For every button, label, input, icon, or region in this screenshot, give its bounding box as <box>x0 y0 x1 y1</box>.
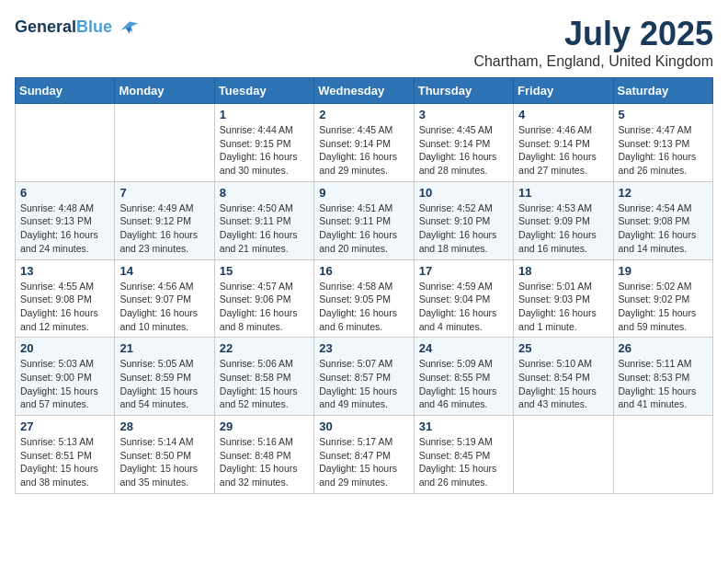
day-info: Sunrise: 4:49 AMSunset: 9:12 PMDaylight:… <box>119 201 209 256</box>
calendar-cell: 16Sunrise: 4:58 AMSunset: 9:05 PMDayligh… <box>314 259 414 338</box>
calendar-cell: 14Sunrise: 4:56 AMSunset: 9:07 PMDayligh… <box>115 259 214 338</box>
logo: GeneralBlue <box>15 15 140 40</box>
day-number: 31 <box>419 419 508 433</box>
day-info: Sunrise: 5:05 AMSunset: 8:59 PMDaylight:… <box>119 357 209 411</box>
calendar-week-3: 13Sunrise: 4:55 AMSunset: 9:08 PMDayligh… <box>16 259 713 338</box>
day-number: 6 <box>20 186 109 200</box>
calendar-cell: 11Sunrise: 4:53 AMSunset: 9:09 PMDayligh… <box>514 181 613 259</box>
calendar-cell: 13Sunrise: 4:55 AMSunset: 9:08 PMDayligh… <box>16 259 115 338</box>
weekday-header-monday: Monday <box>115 78 214 104</box>
day-info: Sunrise: 5:01 AMSunset: 9:03 PMDaylight:… <box>518 280 608 334</box>
day-number: 5 <box>619 108 708 121</box>
calendar-week-5: 27Sunrise: 5:13 AMSunset: 8:51 PMDayligh… <box>16 416 713 494</box>
day-number: 4 <box>518 108 608 121</box>
day-number: 26 <box>619 341 708 355</box>
day-number: 13 <box>20 264 109 278</box>
day-number: 3 <box>419 108 508 121</box>
day-info: Sunrise: 4:51 AMSunset: 9:11 PMDaylight:… <box>319 201 408 256</box>
day-number: 9 <box>319 186 408 200</box>
calendar-week-2: 6Sunrise: 4:48 AMSunset: 9:13 PMDaylight… <box>16 181 713 259</box>
calendar-cell: 10Sunrise: 4:52 AMSunset: 9:10 PMDayligh… <box>414 181 513 259</box>
calendar-week-1: 1Sunrise: 4:44 AMSunset: 9:15 PMDaylight… <box>16 104 713 182</box>
day-info: Sunrise: 5:03 AMSunset: 9:00 PMDaylight:… <box>20 357 109 411</box>
day-info: Sunrise: 5:10 AMSunset: 8:54 PMDaylight:… <box>518 357 608 411</box>
weekday-header-tuesday: Tuesday <box>214 78 313 104</box>
calendar-cell: 24Sunrise: 5:09 AMSunset: 8:55 PMDayligh… <box>414 338 513 416</box>
day-info: Sunrise: 4:54 AMSunset: 9:08 PMDaylight:… <box>619 201 708 256</box>
day-info: Sunrise: 5:06 AMSunset: 8:58 PMDaylight:… <box>220 357 309 411</box>
day-info: Sunrise: 5:13 AMSunset: 8:51 PMDaylight:… <box>20 435 109 489</box>
day-info: Sunrise: 5:17 AMSunset: 8:47 PMDaylight:… <box>319 435 408 489</box>
day-number: 29 <box>220 419 309 433</box>
day-info: Sunrise: 4:45 AMSunset: 9:14 PMDaylight:… <box>319 123 408 178</box>
day-info: Sunrise: 5:11 AMSunset: 8:53 PMDaylight:… <box>619 357 708 411</box>
calendar-cell: 25Sunrise: 5:10 AMSunset: 8:54 PMDayligh… <box>514 338 613 416</box>
day-number: 2 <box>319 108 408 121</box>
day-number: 15 <box>220 264 309 278</box>
day-info: Sunrise: 4:47 AMSunset: 9:13 PMDaylight:… <box>619 123 708 178</box>
day-info: Sunrise: 4:44 AMSunset: 9:15 PMDaylight:… <box>220 123 309 178</box>
calendar-cell: 5Sunrise: 4:47 AMSunset: 9:13 PMDaylight… <box>613 104 712 182</box>
calendar-cell: 7Sunrise: 4:49 AMSunset: 9:12 PMDaylight… <box>115 181 214 259</box>
day-number: 20 <box>20 341 109 355</box>
calendar-cell: 2Sunrise: 4:45 AMSunset: 9:14 PMDaylight… <box>314 104 414 182</box>
calendar-cell: 23Sunrise: 5:07 AMSunset: 8:57 PMDayligh… <box>314 338 414 416</box>
calendar-cell: 12Sunrise: 4:54 AMSunset: 9:08 PMDayligh… <box>613 181 712 259</box>
weekday-header-thursday: Thursday <box>414 78 513 104</box>
calendar-cell: 3Sunrise: 4:45 AMSunset: 9:14 PMDaylight… <box>414 104 513 182</box>
day-number: 8 <box>220 186 309 200</box>
logo-text: GeneralBlue <box>15 18 112 37</box>
calendar-cell: 29Sunrise: 5:16 AMSunset: 8:48 PMDayligh… <box>214 416 313 494</box>
day-info: Sunrise: 4:45 AMSunset: 9:14 PMDaylight:… <box>419 123 508 178</box>
day-number: 10 <box>419 186 508 200</box>
weekday-header-sunday: Sunday <box>16 78 115 104</box>
day-number: 12 <box>619 186 708 200</box>
day-info: Sunrise: 5:02 AMSunset: 9:02 PMDaylight:… <box>619 280 708 334</box>
day-number: 28 <box>119 419 209 433</box>
day-number: 14 <box>119 264 209 278</box>
weekday-header-saturday: Saturday <box>613 78 712 104</box>
day-info: Sunrise: 4:57 AMSunset: 9:06 PMDaylight:… <box>220 280 309 334</box>
day-number: 1 <box>220 108 309 121</box>
day-number: 24 <box>419 341 508 355</box>
day-info: Sunrise: 4:59 AMSunset: 9:04 PMDaylight:… <box>419 280 508 334</box>
calendar-cell: 6Sunrise: 4:48 AMSunset: 9:13 PMDaylight… <box>16 181 115 259</box>
day-number: 7 <box>119 186 209 200</box>
calendar-cell: 17Sunrise: 4:59 AMSunset: 9:04 PMDayligh… <box>414 259 513 338</box>
day-number: 23 <box>319 341 408 355</box>
calendar-cell: 26Sunrise: 5:11 AMSunset: 8:53 PMDayligh… <box>613 338 712 416</box>
calendar-cell <box>613 416 712 494</box>
calendar-cell <box>115 104 214 182</box>
weekday-header-friday: Friday <box>514 78 613 104</box>
weekday-header-wednesday: Wednesday <box>314 78 414 104</box>
calendar-cell: 31Sunrise: 5:19 AMSunset: 8:45 PMDayligh… <box>414 416 513 494</box>
calendar-cell: 8Sunrise: 4:50 AMSunset: 9:11 PMDaylight… <box>214 181 313 259</box>
logo-icon <box>114 15 140 40</box>
day-info: Sunrise: 5:09 AMSunset: 8:55 PMDaylight:… <box>419 357 508 411</box>
title-block: July 2025 Chartham, England, United King… <box>473 15 713 70</box>
weekday-header-row: SundayMondayTuesdayWednesdayThursdayFrid… <box>16 78 713 104</box>
calendar-table: SundayMondayTuesdayWednesdayThursdayFrid… <box>15 77 713 494</box>
day-number: 21 <box>119 341 209 355</box>
day-info: Sunrise: 4:50 AMSunset: 9:11 PMDaylight:… <box>220 201 309 256</box>
subtitle: Chartham, England, United Kingdom <box>473 53 713 70</box>
day-info: Sunrise: 4:46 AMSunset: 9:14 PMDaylight:… <box>518 123 608 178</box>
day-info: Sunrise: 5:19 AMSunset: 8:45 PMDaylight:… <box>419 435 508 489</box>
day-info: Sunrise: 4:48 AMSunset: 9:13 PMDaylight:… <box>20 201 109 256</box>
calendar-cell: 18Sunrise: 5:01 AMSunset: 9:03 PMDayligh… <box>514 259 613 338</box>
day-number: 22 <box>220 341 309 355</box>
day-number: 11 <box>518 186 608 200</box>
calendar-cell: 19Sunrise: 5:02 AMSunset: 9:02 PMDayligh… <box>613 259 712 338</box>
calendar-cell: 1Sunrise: 4:44 AMSunset: 9:15 PMDaylight… <box>214 104 313 182</box>
calendar-cell: 22Sunrise: 5:06 AMSunset: 8:58 PMDayligh… <box>214 338 313 416</box>
day-number: 16 <box>319 264 408 278</box>
calendar-cell <box>16 104 115 182</box>
day-info: Sunrise: 5:16 AMSunset: 8:48 PMDaylight:… <box>220 435 309 489</box>
day-info: Sunrise: 4:58 AMSunset: 9:05 PMDaylight:… <box>319 280 408 334</box>
calendar-week-4: 20Sunrise: 5:03 AMSunset: 9:00 PMDayligh… <box>16 338 713 416</box>
day-number: 18 <box>518 264 608 278</box>
main-title: July 2025 <box>473 15 713 53</box>
day-number: 25 <box>518 341 608 355</box>
calendar-cell: 9Sunrise: 4:51 AMSunset: 9:11 PMDaylight… <box>314 181 414 259</box>
calendar-cell: 21Sunrise: 5:05 AMSunset: 8:59 PMDayligh… <box>115 338 214 416</box>
